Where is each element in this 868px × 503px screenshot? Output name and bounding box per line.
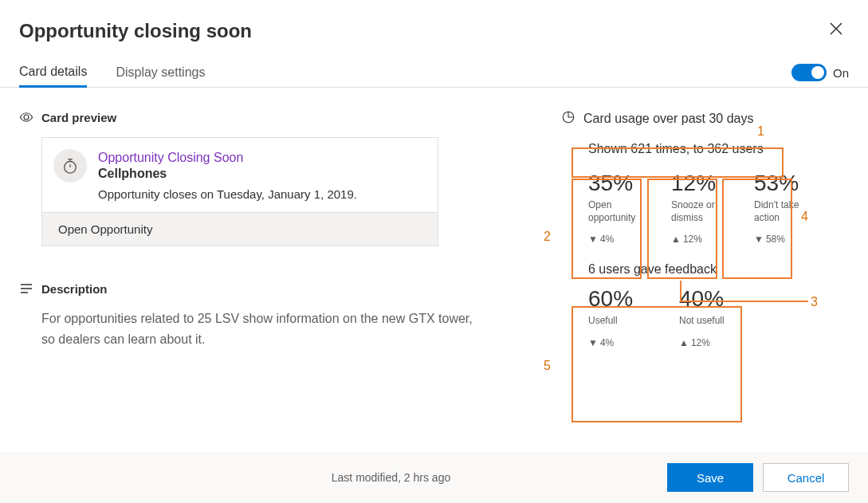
page-title: Opportunity closing soon <box>19 20 252 42</box>
stat-percent: 60% <box>588 286 652 312</box>
last-modified-text: Last modified, 2 hrs ago <box>332 471 450 484</box>
usage-shown-text: Shown 621 times, to 362 users <box>588 142 849 156</box>
preview-card: Opportunity Closing Soon Cellphones Oppo… <box>41 137 438 246</box>
toggle-label: On <box>833 66 849 80</box>
stat-delta: ▼4% <box>588 234 652 245</box>
stat-delta: ▼4% <box>588 337 652 348</box>
stat-label: Usefull <box>588 315 646 328</box>
open-opportunity-button[interactable]: Open Opportunity <box>42 212 438 246</box>
svg-point-0 <box>65 162 77 174</box>
up-triangle-icon: ▲ <box>679 337 689 348</box>
close-icon <box>830 22 842 35</box>
preview-card-title: Opportunity Closing Soon <box>98 151 357 165</box>
stat-useful: 60% Usefull ▼4% <box>588 286 652 348</box>
chart-icon <box>561 110 575 128</box>
stat-delta: ▼58% <box>754 234 818 245</box>
down-triangle-icon: ▼ <box>754 234 764 245</box>
stat-delta: ▲12% <box>679 337 743 348</box>
stat-delta: ▲12% <box>671 234 735 245</box>
stat-label: Didn't take action <box>754 199 811 224</box>
preview-card-entity: Cellphones <box>98 167 357 181</box>
preview-icon <box>19 110 33 124</box>
down-triangle-icon: ▼ <box>588 337 598 348</box>
stat-label: Snooze or dismiss <box>671 199 729 224</box>
stat-percent: 35% <box>588 171 652 196</box>
card-preview-heading: Card preview <box>41 111 116 124</box>
description-text: For opportunities related to 25 LSV show… <box>41 308 488 349</box>
stat-percent: 40% <box>679 286 743 312</box>
stat-label: Open opportunity <box>588 199 646 224</box>
stat-snooze-dismiss: 12% Snooze or dismiss ▲12% <box>671 171 735 245</box>
feedback-stats-row: 60% Usefull ▼4% 40% Not usefull ▲12% <box>588 286 849 348</box>
up-triangle-icon: ▲ <box>671 234 681 245</box>
tab-card-details[interactable]: Card details <box>19 58 87 88</box>
close-button[interactable] <box>823 19 849 42</box>
tab-bar: Card details Display settings On <box>0 42 868 88</box>
stopwatch-icon <box>53 149 87 183</box>
down-triangle-icon: ▼ <box>588 234 598 245</box>
preview-card-description: Opportunity closes on Tuesday, January 1… <box>98 187 357 201</box>
stat-label: Not usefull <box>679 315 736 328</box>
usage-stats-row: 35% Open opportunity ▼4% 12% Snooze or d… <box>588 171 849 245</box>
stat-not-useful: 40% Not usefull ▲12% <box>679 286 743 348</box>
tab-display-settings[interactable]: Display settings <box>116 59 205 86</box>
usage-heading: Card usage over past 30 days <box>583 112 753 126</box>
description-heading: Description <box>41 282 108 296</box>
feedback-heading: 6 users gave feedback <box>588 262 849 277</box>
description-icon <box>19 281 33 296</box>
stat-no-action: 53% Didn't take action ▼58% <box>754 171 818 245</box>
cancel-button[interactable]: Cancel <box>763 463 849 492</box>
footer-bar: Last modified, 2 hrs ago Save Cancel <box>0 452 868 503</box>
save-button[interactable]: Save <box>667 463 753 492</box>
stat-percent: 53% <box>754 171 818 196</box>
enabled-toggle[interactable] <box>791 64 827 81</box>
stat-percent: 12% <box>671 171 735 196</box>
stat-open-opportunity: 35% Open opportunity ▼4% <box>588 171 652 245</box>
